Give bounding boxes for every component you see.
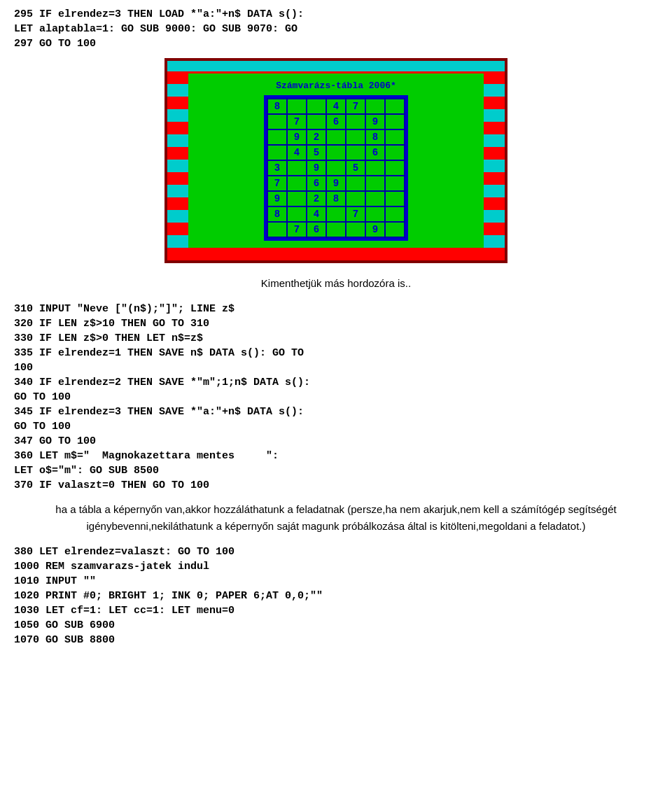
- grid-cell: [346, 129, 365, 145]
- table-row: 3 9 5: [267, 160, 405, 176]
- table-row: 7 6 9: [267, 176, 405, 191]
- code-block-1: 295 IF elrendez=3 THEN LOAD *"a:"+n$ DAT…: [14, 7, 658, 51]
- grid-cell: [267, 129, 287, 145]
- grid-cell: 5: [346, 160, 365, 176]
- prose-text: ha a tábla a képernyőn van,akkor hozzálá…: [28, 501, 644, 535]
- table-row: 7 6 9: [267, 114, 405, 129]
- grid-cell: 3: [267, 160, 287, 176]
- grid-cell: 8: [267, 99, 287, 114]
- grid-cell: [287, 160, 307, 176]
- grid-cell: 7: [267, 176, 287, 191]
- grid-cell: 7: [346, 99, 365, 114]
- grid-cell: [365, 99, 385, 114]
- grid-cell: [287, 206, 307, 222]
- grid-cell: [346, 114, 365, 129]
- grid-cell: 5: [307, 145, 326, 160]
- grid-container: 8 4 7 7 6: [264, 95, 408, 241]
- grid-cell: 9: [365, 114, 385, 129]
- grid-cell: 8: [365, 129, 385, 145]
- grid-cell: [385, 129, 405, 145]
- grid-cell: [385, 145, 405, 160]
- grid-cell: 8: [326, 191, 346, 206]
- grid-cell: [365, 176, 385, 191]
- grid-cell: [385, 206, 405, 222]
- spectrum-screen: Számvarázs-tábla 2006* 8 4 7: [188, 73, 484, 248]
- grid-cell: [326, 206, 346, 222]
- grid-cell: [346, 191, 365, 206]
- grid-cell: 2: [307, 129, 326, 145]
- grid-cell: 6: [365, 145, 385, 160]
- grid-cell: 9: [307, 160, 326, 176]
- grid-cell: 4: [287, 145, 307, 160]
- table-row: 9 2 8: [267, 129, 405, 145]
- grid-cell: [307, 99, 326, 114]
- grid-cell: [287, 191, 307, 206]
- grid-cell: [267, 114, 287, 129]
- grid-cell: [287, 99, 307, 114]
- grid-cell: 6: [307, 176, 326, 191]
- grid-cell: [385, 160, 405, 176]
- grid-cell: [385, 99, 405, 114]
- grid-cell: [267, 222, 287, 237]
- grid-cell: [326, 145, 346, 160]
- grid-cell: 7: [287, 222, 307, 237]
- grid-cell: [326, 160, 346, 176]
- table-row: 8 4 7: [267, 206, 405, 222]
- save-text: Kimenthetjük más hordozóra is..: [14, 276, 658, 292]
- grid-cell: [326, 129, 346, 145]
- grid-cell: 7: [346, 206, 365, 222]
- table-row: 4 5 6: [267, 145, 405, 160]
- grid-cell: 9: [267, 191, 287, 206]
- grid-cell: [307, 114, 326, 129]
- grid-cell: 9: [365, 222, 385, 237]
- grid-cell: 6: [307, 222, 326, 237]
- code-block-2: 310 INPUT "Neve ["(n$);"]"; LINE z$ 320 …: [14, 302, 658, 493]
- grid-cell: [385, 176, 405, 191]
- grid-cell: 2: [307, 191, 326, 206]
- grid-cell: [287, 176, 307, 191]
- grid-cell: [346, 176, 365, 191]
- spectrum-border: Számvarázs-tábla 2006* 8 4 7: [164, 58, 507, 263]
- grid-cell: [385, 222, 405, 237]
- spectrum-title: Számvarázs-tábla 2006*: [195, 80, 477, 91]
- grid-cell: [365, 191, 385, 206]
- grid-cell: [385, 191, 405, 206]
- table-row: 9 2 8: [267, 191, 405, 206]
- table-row: 7 6 9: [267, 222, 405, 237]
- page-container: 295 IF elrendez=3 THEN LOAD *"a:"+n$ DAT…: [0, 0, 672, 660]
- grid-cell: 6: [326, 114, 346, 129]
- grid-cell: 8: [267, 206, 287, 222]
- code-block-3: 380 LET elrendez=valaszt: GO TO 100 1000…: [14, 545, 658, 647]
- grid-cell: 4: [307, 206, 326, 222]
- grid-cell: [365, 160, 385, 176]
- table-row: 8 4 7: [267, 99, 405, 114]
- grid-cell: [385, 114, 405, 129]
- grid-cell: [365, 206, 385, 222]
- grid-cell: 7: [287, 114, 307, 129]
- grid-cell: 9: [326, 176, 346, 191]
- grid-table: 8 4 7 7 6: [267, 98, 405, 238]
- spectrum-display: Számvarázs-tábla 2006* 8 4 7: [164, 58, 507, 263]
- grid-cell: [346, 222, 365, 237]
- grid-cell: 4: [326, 99, 346, 114]
- grid-cell: [346, 145, 365, 160]
- grid-cell: [326, 222, 346, 237]
- grid-cell: 9: [287, 129, 307, 145]
- grid-cell: [267, 145, 287, 160]
